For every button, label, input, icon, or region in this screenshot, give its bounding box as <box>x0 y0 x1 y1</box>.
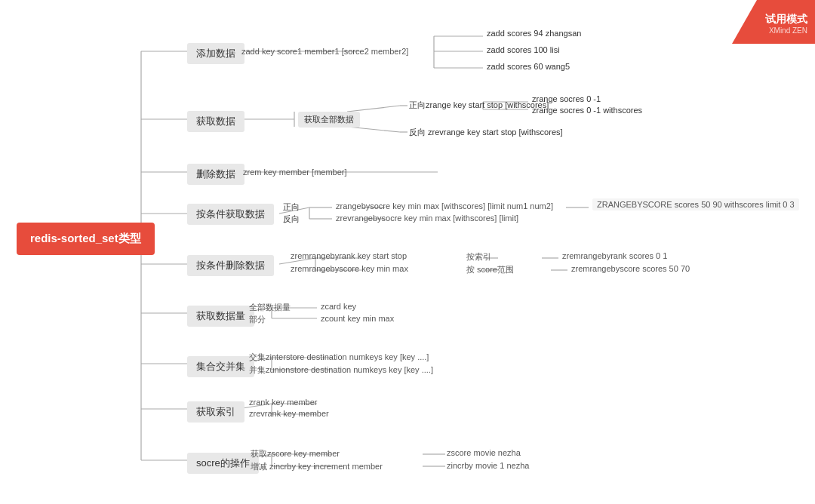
leaf-condget-forward-label: 正向 <box>283 201 300 213</box>
svg-line-19 <box>347 127 400 132</box>
leaf-get-forward: 正向zrange key start stop [withscores] <box>409 100 549 111</box>
branch-count: 获取数据量 <box>187 306 254 327</box>
svg-line-18 <box>347 106 400 112</box>
leaf-count-part-cmd: zcount key min max <box>321 314 394 323</box>
leaf-score-incr-cmd: zincrby movie 1 nezha <box>447 461 529 470</box>
branch-index: 获取索引 <box>187 401 244 423</box>
branch-condget: 按条件获取数据 <box>187 204 274 225</box>
leaf-index-revrank: zrevrank key member <box>249 409 329 418</box>
leaf-count-part-label: 部分 <box>249 314 266 325</box>
leaf-score-get-cmd: zscore movie nezha <box>447 448 521 457</box>
leaf-get-f1: zrange socres 0 -1 <box>532 94 601 103</box>
trial-badge-text2: XMind ZEN <box>769 26 807 35</box>
trial-badge-text1: 试用模式 <box>765 13 807 26</box>
leaf-conddel-score-result: zremrangebyscore scores 50 70 <box>571 264 690 273</box>
leaf-get-all: 获取全部数据 <box>298 112 360 128</box>
leaf-count-all-label: 全部数据量 <box>249 302 291 313</box>
branch-get: 获取数据 <box>187 111 244 132</box>
leaf-index-rank: zrank key member <box>249 398 317 407</box>
leaf-condget-highlight: ZRANGEBYSCORE scores 50 90 withscores li… <box>592 198 799 211</box>
leaf-count-all-cmd: zcard key <box>321 302 356 311</box>
leaf-del-cmd: zrem key member [member] <box>243 167 347 177</box>
branch-conddel: 按条件删除数据 <box>187 255 274 276</box>
leaf-condget-forward-cmd: zrangebysocre key min max [withscores] [… <box>336 201 553 211</box>
leaf-get-f2: zrange socres 0 -1 withscores <box>532 106 642 115</box>
leaf-conddel-score-label: 按 score范围 <box>466 264 514 275</box>
leaf-add-cmd: zadd key score1 member1 [sorce2 member2] <box>241 47 408 56</box>
branch-add: 添加数据 <box>187 43 244 64</box>
leaf-get-reverse: 反向 zrevrange key start stop [withscores] <box>409 127 563 138</box>
leaf-set-intersect: 交集zinterstore destination numkeys key [k… <box>249 352 429 363</box>
branch-del: 删除数据 <box>187 164 244 185</box>
leaf-add-1: zadd scores 94 zhangsan <box>487 29 581 38</box>
leaf-conddel-rank-label: 按索引 <box>466 251 491 263</box>
leaf-score-get-label: 获取zscore key member <box>251 448 340 459</box>
leaf-condget-reverse-label: 反向 <box>283 214 300 225</box>
leaf-add-3: zadd scores 60 wang5 <box>487 62 570 71</box>
branch-set: 集合交并集 <box>187 356 254 377</box>
root-node: redis-sorted_set类型 <box>17 223 155 255</box>
leaf-condget-reverse-cmd: zrevrangebysocre key min max [withscores… <box>336 214 518 223</box>
branch-score: socre的操作 <box>187 453 259 474</box>
mindmap: redis-sorted_set类型 添加数据 zadd key score1 … <box>0 0 815 504</box>
leaf-conddel-rank-result: zremrangebyrank scores 0 1 <box>562 251 667 260</box>
leaf-add-2: zadd scores 100 lisi <box>487 45 560 54</box>
leaf-set-union: 并集zunionstore destination numkeys key [k… <box>249 364 433 376</box>
leaf-conddel-score-cmd: zremrangebyscore key min max <box>291 264 408 273</box>
leaf-score-incr-label: 增减 zincrby key increment member <box>251 461 383 472</box>
leaf-conddel-rank-cmd: zremrangebyrank key start stop <box>291 251 407 260</box>
